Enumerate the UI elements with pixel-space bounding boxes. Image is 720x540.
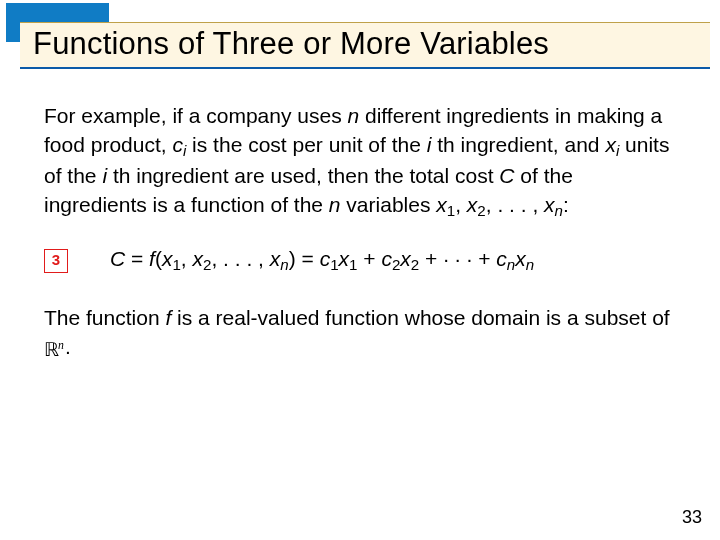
equation-row: 3 C = f(x1, x2, . . . , xn) = c1x1 + c2x… <box>44 245 676 276</box>
equals: = <box>125 247 149 270</box>
var-x: x <box>515 247 526 270</box>
slide: Functions of Three or More Variables For… <box>0 0 720 540</box>
slide-title: Functions of Three or More Variables <box>33 26 549 62</box>
ellipsis: , . . . , <box>211 247 269 270</box>
text: th ingredient, and <box>437 133 605 156</box>
comma: , <box>181 247 193 270</box>
page-number: 33 <box>682 507 702 528</box>
var-x: x <box>605 133 616 156</box>
var-i: i <box>427 133 438 156</box>
sub-n: n <box>280 256 288 273</box>
text: is a real-valued function whose domain i… <box>171 306 669 329</box>
sub-n: n <box>526 256 534 273</box>
var-x: x <box>162 247 173 270</box>
sub-n: n <box>507 256 515 273</box>
sub-1: 1 <box>172 256 180 273</box>
sub-n: n <box>555 201 563 218</box>
sub-1: 1 <box>447 201 455 218</box>
var-x: x <box>436 193 447 216</box>
var-n: n <box>347 104 359 127</box>
var-C: C <box>499 164 514 187</box>
text: : <box>563 193 569 216</box>
text: variables <box>341 193 437 216</box>
cdots: + · · · + <box>419 247 496 270</box>
var-c: c <box>496 247 507 270</box>
ellipsis: , . . . , <box>486 193 544 216</box>
var-c: c <box>172 133 183 156</box>
sub-2: 2 <box>411 256 419 273</box>
lparen: ( <box>155 247 162 270</box>
closing-paragraph: The function f is a real-valued function… <box>44 304 676 362</box>
sub-1: 1 <box>330 256 338 273</box>
slide-body: For example, if a company uses n differe… <box>0 72 720 362</box>
text: . <box>65 335 71 358</box>
var-C: C <box>110 247 125 270</box>
var-c: c <box>320 247 331 270</box>
slide-header: Functions of Three or More Variables <box>0 0 720 72</box>
intro-paragraph: For example, if a company uses n differe… <box>44 102 676 221</box>
text: For example, if a company uses <box>44 104 347 127</box>
var-x: x <box>339 247 350 270</box>
var-x: x <box>270 247 281 270</box>
var-x: x <box>467 193 478 216</box>
var-x: x <box>544 193 555 216</box>
text: th ingredient are used, then the total c… <box>113 164 499 187</box>
text: , <box>455 193 467 216</box>
equation: C = f(x1, x2, . . . , xn) = c1x1 + c2x2 … <box>110 245 534 276</box>
plus: + <box>357 247 381 270</box>
equation-number-badge: 3 <box>44 249 68 273</box>
double-struck-R: ℝ <box>44 339 59 360</box>
var-c: c <box>381 247 392 270</box>
text: is the cost per unit of the <box>186 133 426 156</box>
text: The function <box>44 306 165 329</box>
Rn-symbol: ℝn <box>44 340 65 359</box>
var-x: x <box>193 247 204 270</box>
var-i: i <box>102 164 113 187</box>
sub-2: 2 <box>477 201 485 218</box>
rparen-eq: ) = <box>289 247 320 270</box>
var-x: x <box>400 247 411 270</box>
var-n: n <box>329 193 341 216</box>
sup-n: n <box>58 339 64 352</box>
